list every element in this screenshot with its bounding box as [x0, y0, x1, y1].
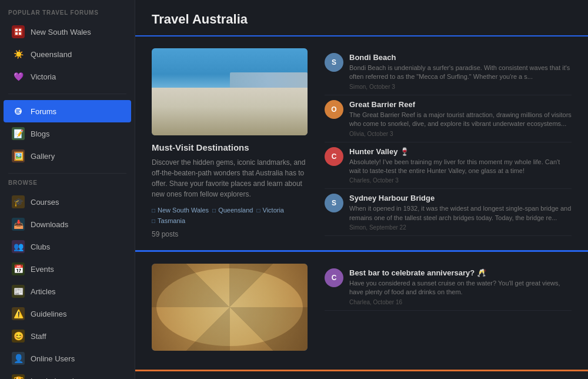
- sidebar-item-label-events: Events: [31, 265, 54, 274]
- svg-rect-1: [15, 29, 18, 31]
- beach-water: [152, 96, 308, 112]
- sidebar-item-blogs[interactable]: 📝 Blogs: [4, 122, 131, 145]
- thread-preview-gbr: The Great Barrier Reef is a major touris…: [349, 111, 572, 129]
- thread-content-shb: Sydney Harbour Bridge When it opened in …: [349, 194, 572, 231]
- forums-icon: [12, 105, 25, 118]
- thread-preview-bondi: Bondi Beach is undeniably a surfer's par…: [349, 64, 572, 82]
- tag-nsw[interactable]: □ New South Wales: [152, 207, 209, 214]
- qld-icon: ☀️: [12, 48, 25, 61]
- svg-rect-3: [15, 32, 18, 35]
- thread-title-gbr: Great Barrier Reef: [349, 100, 572, 109]
- sidebar-item-gallery[interactable]: 🖼️ Gallery: [4, 145, 131, 167]
- thread-item-shb[interactable]: S Sydney Harbour Bridge When it opened i…: [325, 189, 572, 236]
- blogs-icon: 📝: [12, 127, 25, 140]
- post-card-must-visit: Must-Visit Destinations Discover the hid…: [135, 36, 588, 252]
- svg-rect-2: [19, 29, 21, 31]
- post-tags: □ New South Wales □ Queensland □ Victori…: [152, 207, 310, 224]
- downloads-icon: 📥: [12, 218, 25, 231]
- thread-item-gbr[interactable]: O Great Barrier Reef The Great Barrier R…: [325, 95, 572, 142]
- sidebar-item-label-online-users: Online Users: [31, 354, 75, 363]
- sidebar-item-nsw[interactable]: New South Wales: [4, 21, 131, 43]
- sidebar-item-label-courses: Courses: [31, 198, 59, 207]
- thread-item-hunter[interactable]: C Hunter Valley 🍷 Absolutely! I've been …: [325, 142, 572, 190]
- thread-item-bondi[interactable]: S Bondi Beach Bondi Beach is undeniably …: [325, 48, 572, 95]
- sidebar-item-label-staff: Staff: [31, 332, 46, 341]
- thread-meta-shb: Simon, September 22: [349, 224, 572, 231]
- sidebar-item-articles[interactable]: 📰 Articles: [4, 280, 131, 302]
- post-thumbnail-beach[interactable]: [152, 48, 308, 135]
- sidebar-item-leaderboard[interactable]: 🏆 Leaderboard: [4, 370, 131, 379]
- divider-2: [8, 173, 126, 174]
- sidebar-item-label-forums: Forums: [31, 107, 56, 116]
- sidebar-item-label-gallery: Gallery: [31, 152, 55, 161]
- sidebar-item-events[interactable]: 📅 Events: [4, 258, 131, 280]
- courses-icon: 🎓: [12, 195, 25, 208]
- thread-title-bondi: Bondi Beach: [349, 53, 572, 62]
- thread-meta-anniversary: Charlea, October 16: [349, 299, 572, 305]
- sidebar-item-label-blogs: Blogs: [31, 129, 50, 138]
- online-users-icon: 👤: [12, 352, 25, 365]
- sidebar-item-label-guidelines: Guidelines: [31, 310, 66, 318]
- gallery-icon: 🖼️: [12, 149, 25, 162]
- sidebar-item-clubs[interactable]: 👥 Clubs: [4, 235, 131, 258]
- svg-rect-6: [16, 109, 21, 111]
- sidebar-item-label-leaderboard: Leaderboard: [31, 377, 74, 380]
- tag-qld-icon: □: [212, 207, 216, 214]
- sidebar-item-label-qld: Queensland: [31, 50, 72, 59]
- avatar-gbr: O: [325, 100, 343, 119]
- leaderboard-icon: 🏆: [12, 374, 25, 379]
- popular-forums-label: POPULAR TRAVEL FORUMS: [0, 9, 135, 21]
- beach-image: [152, 48, 308, 135]
- post-card-left: Must-Visit Destinations Discover the hid…: [152, 48, 310, 238]
- avatar-bondi: S: [325, 53, 343, 72]
- main-content: Travel Australia Must-Visit Destinations…: [135, 0, 588, 379]
- tag-tas[interactable]: □ Tasmania: [152, 217, 185, 224]
- divider-1: [8, 94, 126, 94]
- sidebar-item-guidelines[interactable]: ⚠️ Guidelines: [4, 302, 131, 325]
- sidebar-item-label-nsw: New South Wales: [31, 28, 91, 36]
- tag-qld-label: Queensland: [218, 207, 253, 214]
- sidebar-item-online-users[interactable]: 👤 Online Users: [4, 347, 131, 370]
- tag-vic[interactable]: □ Victoria: [256, 207, 284, 214]
- post-threads-list-2: C Best bar to celebrate anniversary? 🥂 H…: [325, 264, 572, 358]
- articles-icon: 📰: [12, 285, 25, 298]
- nsw-icon: [12, 25, 25, 38]
- sidebar-item-courses[interactable]: 🎓 Courses: [4, 191, 131, 213]
- clubs-icon: 👥: [12, 240, 25, 253]
- thread-meta-gbr: Olivia, October 3: [349, 131, 572, 137]
- tag-vic-label: Victoria: [263, 207, 284, 214]
- tag-qld[interactable]: □ Queensland: [212, 207, 253, 214]
- thread-item-anniversary[interactable]: C Best bar to celebrate anniversary? 🥂 H…: [325, 264, 572, 311]
- sidebar-item-vic[interactable]: 💜 Victoria: [4, 65, 131, 88]
- thread-preview-shb: When it opened in 1932, it was the wides…: [349, 204, 572, 222]
- thread-title-anniversary: Best bar to celebrate anniversary? 🥂: [349, 268, 572, 277]
- post-card-title[interactable]: Must-Visit Destinations: [152, 142, 310, 152]
- tag-tas-icon: □: [152, 218, 155, 224]
- vic-icon: 💜: [12, 70, 25, 83]
- post-threads-list: S Bondi Beach Bondi Beach is undeniably …: [325, 48, 572, 238]
- main-header: Travel Australia: [135, 0, 588, 36]
- thread-content-anniversary: Best bar to celebrate anniversary? 🥂 Hav…: [349, 268, 572, 305]
- sidebar-item-forums[interactable]: Forums: [4, 100, 131, 122]
- sidebar-item-label-vic: Victoria: [31, 72, 56, 81]
- sidebar-item-staff[interactable]: 😊 Staff: [4, 325, 131, 347]
- post-thumbnail-pizza[interactable]: [152, 264, 308, 351]
- thread-content-gbr: Great Barrier Reef The Great Barrier Ree…: [349, 100, 572, 137]
- tag-tas-label: Tasmania: [158, 217, 185, 224]
- post-count: 59 posts: [152, 230, 310, 238]
- tag-nsw-icon: □: [152, 207, 155, 214]
- events-icon: 📅: [12, 262, 25, 275]
- thread-title-shb: Sydney Harbour Bridge: [349, 194, 572, 202]
- post-card-left-2: [152, 264, 310, 358]
- post-card-desc: Discover the hidden gems, iconic landmar…: [152, 157, 310, 200]
- thread-title-hunter: Hunter Valley 🍷: [349, 147, 572, 156]
- sidebar-item-qld[interactable]: ☀️ Queensland: [4, 43, 131, 65]
- sidebar-item-downloads[interactable]: 📥 Downloads: [4, 213, 131, 235]
- tag-nsw-label: New South Wales: [158, 207, 209, 214]
- thread-preview-hunter: Absolutely! I've been training my liver …: [349, 158, 572, 176]
- post-card-anniversary: C Best bar to celebrate anniversary? 🥂 H…: [135, 252, 588, 371]
- pizza-image: [152, 264, 308, 351]
- browse-label: BROWSE: [0, 179, 135, 191]
- sidebar-item-label-downloads: Downloads: [31, 220, 68, 229]
- page-title: Travel Australia: [152, 12, 572, 35]
